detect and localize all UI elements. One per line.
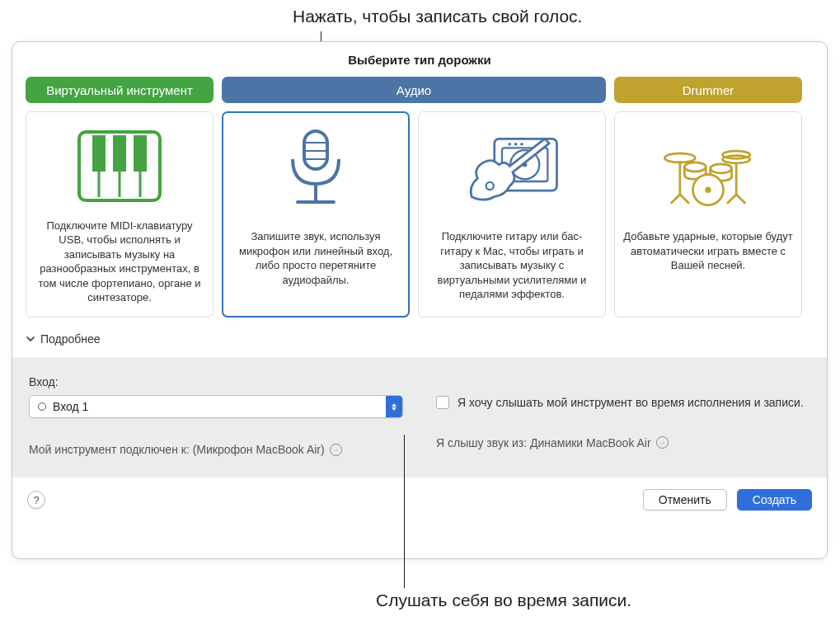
input-value: Вход 1	[53, 400, 88, 413]
tab-audio[interactable]: Аудио	[222, 77, 606, 103]
card-midi-instrument[interactable]: Подключите MIDI-клавиатуру USB, чтобы ис…	[26, 111, 214, 318]
svg-point-33	[705, 186, 711, 192]
callout-bottom-line	[404, 435, 405, 588]
select-stepper-icon	[386, 396, 402, 417]
svg-point-18	[514, 143, 518, 146]
chevron-down-icon	[26, 334, 35, 344]
input-label: Вход:	[29, 375, 403, 388]
details-label: Подробнее	[40, 332, 101, 346]
input-device-link[interactable]: Мой инструмент подключен к: (Микрофон Ma…	[29, 443, 403, 456]
arrow-right-circle-icon: →	[330, 444, 342, 456]
svg-point-31	[711, 164, 732, 173]
card-audio-guitar[interactable]: Подключите гитару или бас-гитару к Mac, …	[418, 111, 606, 318]
svg-line-29	[736, 195, 745, 204]
callout-top-text: Нажать, чтобы записать свой голос.	[293, 7, 582, 26]
svg-line-28	[727, 195, 736, 204]
cancel-button[interactable]: Отменить	[643, 489, 727, 510]
help-button[interactable]: ?	[27, 491, 45, 509]
svg-point-19	[520, 143, 523, 146]
output-device-link[interactable]: Я слышу звук из: Динамики MacBook Air →	[436, 436, 810, 449]
create-button[interactable]: Создать	[737, 489, 812, 510]
callout-bottom-text: Слушать себя во время записи.	[376, 590, 631, 610]
tab-drummer[interactable]: Drummer	[614, 77, 802, 103]
mono-channel-icon	[38, 402, 46, 411]
track-type-tabs: Виртуальный инструмент Аудио Drummer	[12, 77, 827, 103]
track-type-dialog: Выберите тип дорожки Виртуальный инструм…	[12, 41, 828, 559]
svg-rect-4	[92, 135, 106, 172]
svg-point-17	[508, 143, 511, 146]
details-right-column: Я хочу слышать мой инструмент во время и…	[436, 375, 810, 456]
drumkit-icon	[659, 122, 758, 221]
svg-rect-6	[134, 135, 147, 172]
monitoring-label: Я хочу слышать мой инструмент во время и…	[458, 395, 804, 412]
input-select[interactable]: Вход 1	[29, 395, 403, 418]
card-drummer[interactable]: Добавьте ударные, которые будут автомати…	[614, 111, 802, 318]
details-disclosure[interactable]: Подробнее	[12, 318, 827, 357]
details-left-column: Вход: Вход 1 Мой инструмент подключен к:…	[29, 375, 403, 456]
track-cards-row: Подключите MIDI-клавиатуру USB, чтобы ис…	[12, 103, 827, 318]
card-audio-microphone[interactable]: Запишите звук, используя микрофон или ли…	[222, 111, 410, 318]
input-device-text: Мой инструмент подключен к: (Микрофон Ma…	[29, 443, 325, 456]
monitoring-checkbox[interactable]	[436, 396, 449, 409]
guitar-amp-icon	[462, 122, 561, 221]
keyboard-icon	[70, 122, 169, 210]
details-panel: Вход: Вход 1 Мой инструмент подключен к:…	[12, 357, 827, 478]
card-drummer-text: Добавьте ударные, которые будут автомати…	[623, 229, 793, 273]
dialog-title: Выберите тип дорожки	[12, 42, 827, 77]
svg-line-24	[680, 195, 689, 204]
output-device-text: Я слышу звук из: Динамики MacBook Air	[436, 436, 651, 449]
svg-point-30	[684, 162, 706, 172]
dialog-footer: ? Отменить Создать	[12, 478, 827, 522]
card-mic-text: Запишите звук, используя микрофон или ли…	[231, 229, 401, 287]
card-midi-text: Подключите MIDI-клавиатуру USB, чтобы ис…	[35, 219, 204, 305]
tab-virtual-instrument[interactable]: Виртуальный инструмент	[26, 77, 214, 103]
microphone-icon	[266, 122, 365, 221]
arrow-right-circle-icon: →	[656, 436, 669, 449]
svg-rect-5	[113, 135, 126, 172]
svg-line-23	[671, 195, 680, 204]
card-guitar-text: Подключите гитару или бас-гитару к Mac, …	[427, 229, 597, 302]
